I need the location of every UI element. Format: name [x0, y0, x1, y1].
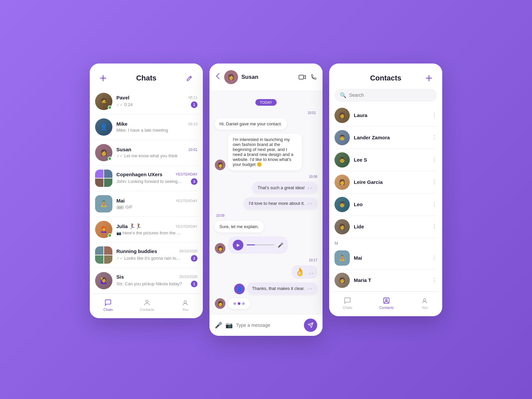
chat-preview-running: ✓✓ Looks like it's gonna rain tomorrow..… — [116, 256, 183, 261]
nav-contacts[interactable]: Contacts — [140, 299, 154, 312]
message-m4: I'd love to hear more about it. ✓✓ — [244, 198, 317, 209]
chat-item-julia[interactable]: 👩‍🦰 Julia 🏃‍♀️🏃‍♀️ YESTERDAY 📷 Here's th… — [95, 217, 198, 242]
typing-dot-1 — [233, 302, 236, 305]
nav-chats-label: Chats — [103, 308, 113, 312]
contact-item-maria[interactable]: 👩 Maria T ⋮ — [334, 269, 437, 292]
chat-item-running[interactable]: Running buddies 28/10/2020 ✓✓ Looks like… — [95, 242, 198, 268]
bubble-m3: That's such a great idea! ✓✓ — [253, 182, 317, 194]
chat-list: 🧔 Pavel 08:11 ✓✓ 0:24 1 — [90, 89, 203, 294]
contacts-search-input[interactable] — [349, 92, 432, 98]
chat-time-sis: 26/10/2020 — [179, 275, 198, 279]
contacts-nav-you[interactable]: You — [421, 297, 429, 310]
contacts-chats-icon — [343, 297, 351, 305]
bubble-text-m3: That's such a great idea! — [257, 185, 305, 190]
chat-name-sis: Sis — [116, 274, 124, 280]
avatar-wrap-julia: 👩‍🦰 — [95, 221, 112, 238]
conversation-screen: 👩 Susan TODAY — [209, 64, 323, 336]
send-button[interactable] — [304, 319, 317, 332]
message-text-input[interactable] — [236, 323, 301, 328]
contact-item-mai[interactable]: 🧘 Mai ⋮ — [334, 247, 437, 269]
play-button[interactable]: ▶ — [233, 240, 243, 250]
more-options-leire[interactable]: ⋮ — [432, 179, 437, 185]
message-m1: Hi, Daniel gave me your contact. — [215, 118, 287, 130]
contact-name-maria: Maria T — [354, 277, 428, 283]
chat-item-mike[interactable]: 👤 Mike 09:23 Mike: I have a late meeting — [95, 114, 198, 140]
chat-info-julia: Julia 🏃‍♀️🏃‍♀️ YESTERDAY 📷 Here's the pi… — [116, 223, 198, 235]
avatar-mike: 👤 — [95, 118, 112, 136]
more-options-lander[interactable]: ⋮ — [432, 134, 437, 141]
contact-item-lander[interactable]: 👨 Lander Zamora ⋮ — [334, 127, 437, 149]
avatar-wrap-susan: 👩 — [95, 144, 112, 161]
edit-icon[interactable] — [184, 73, 195, 83]
contacts-nav-chats[interactable]: Chats — [343, 297, 352, 310]
add-chat-button[interactable] — [98, 73, 108, 83]
more-options-leo[interactable]: ⋮ — [432, 201, 437, 207]
bubble-m2: I'm interested in launching my own fashi… — [228, 134, 302, 170]
chat-name-copenhagen: Copenhagen UXers — [116, 172, 162, 177]
chats-nav-icon — [104, 299, 112, 307]
audio-call-button[interactable] — [311, 74, 317, 80]
contacts-screen: Contacts 🔍 👩 Laura ⋮ — [329, 64, 442, 316]
contacts-nav-contacts[interactable]: Contacts — [379, 297, 394, 310]
chat-name-running: Running buddies — [116, 248, 157, 254]
contact-item-lee[interactable]: 👨 Lee S ⋮ — [334, 149, 437, 171]
chat-time-pavel: 08:11 — [188, 95, 198, 99]
date-badge: TODAY — [255, 99, 277, 106]
avatar-maria: 👩 — [334, 273, 350, 288]
contacts-nav-contacts-label: Contacts — [379, 306, 394, 310]
more-options-maria[interactable]: ⋮ — [432, 277, 437, 283]
messages-area: TODAY 10:01 Hi, Daniel gave me your cont… — [209, 91, 323, 314]
contact-item-laura[interactable]: 👩 Laura ⋮ — [334, 104, 437, 127]
chat-time-mai: YESTERDAY — [176, 199, 198, 203]
video-call-button[interactable] — [299, 74, 306, 80]
chat-item-pavel[interactable]: 🧔 Pavel 08:11 ✓✓ 0:24 1 — [95, 89, 198, 114]
contact-item-leo[interactable]: 👨 Leo ⋮ — [334, 194, 437, 216]
more-options-mai[interactable]: ⋮ — [432, 255, 437, 261]
svg-point-3 — [146, 300, 148, 302]
typing-bubble — [228, 298, 250, 309]
message-m8: Thanks, that makes it clear. ✓✓ 👤 — [234, 283, 317, 294]
chat-info-running: Running buddies 28/10/2020 ✓✓ Looks like… — [116, 248, 198, 262]
conv-avatar-susan: 👩 — [224, 70, 238, 84]
chat-info-sis: Sis 26/10/2020 Sis: Can you pickup Nikol… — [116, 274, 198, 287]
more-options-lee[interactable]: ⋮ — [432, 157, 437, 163]
more-options-lide[interactable]: ⋮ — [432, 223, 437, 230]
avatar-laura: 👩 — [334, 108, 350, 123]
chat-preview-mike: Mike: I have a late meeting — [116, 128, 168, 133]
avatar-copenhagen — [95, 170, 112, 187]
message-m5: Sure, let me explain. — [215, 221, 264, 232]
conv-actions — [299, 74, 317, 80]
chat-item-copenhagen[interactable]: Copenhagen UXers YESTERDAY John: Looking… — [95, 166, 198, 191]
camera-icon[interactable]: 📷 — [225, 322, 233, 329]
message-m2: 👩 I'm interested in launching my own fas… — [215, 134, 302, 170]
avatar-wrap-mai: 🧘 — [95, 195, 112, 212]
nav-chats[interactable]: Chats — [103, 299, 113, 312]
chat-item-susan[interactable]: 👩 Susan 10:01 ✓✓ Let me know what you th… — [95, 140, 198, 166]
microphone-icon[interactable]: 🎤 — [215, 322, 222, 329]
add-contact-button[interactable] — [424, 73, 434, 83]
contact-item-leire[interactable]: 👩 Leire Garcia ⋮ — [334, 171, 437, 194]
nav-you-label: You — [182, 308, 189, 312]
back-button[interactable] — [215, 72, 221, 82]
bubble-m1: Hi, Daniel gave me your contact. — [215, 118, 287, 130]
chat-preview-julia: 📷 Here's the pictures from the weekend — [116, 230, 183, 235]
nav-you[interactable]: You — [181, 299, 189, 312]
chat-time-mike: 09:23 — [188, 122, 198, 126]
contacts-you-icon — [421, 297, 429, 305]
chat-time-julia: YESTERDAY — [176, 224, 198, 228]
chat-preview-pavel: ✓✓ 0:24 — [116, 102, 133, 107]
chat-item-sis[interactable]: 🙋‍♀️ Sis 26/10/2020 Sis: Can you pickup … — [95, 268, 198, 294]
msg-time-m3: 10:08 — [215, 175, 317, 179]
svg-rect-5 — [299, 75, 304, 79]
chat-name-susan: Susan — [116, 147, 131, 152]
avatar-lee: 👨 — [334, 152, 350, 168]
contacts-search-bar: 🔍 — [334, 89, 437, 102]
avatar-wrap-pavel: 🧔 — [95, 93, 112, 110]
chat-name-pavel: Pavel — [116, 95, 129, 100]
more-options-laura[interactable]: ⋮ — [432, 112, 437, 118]
chat-name-mai: Mai — [116, 198, 125, 203]
chat-item-mai[interactable]: 🧘 Mai YESTERDAY GIFGIF — [95, 191, 198, 217]
chat-info-susan: Susan 10:01 ✓✓ Let me know what you thin… — [116, 147, 198, 158]
contact-item-lide[interactable]: 👩 Lide ⋮ — [334, 216, 437, 238]
bubble-text-m8: Thanks, that makes it clear. — [252, 286, 305, 291]
